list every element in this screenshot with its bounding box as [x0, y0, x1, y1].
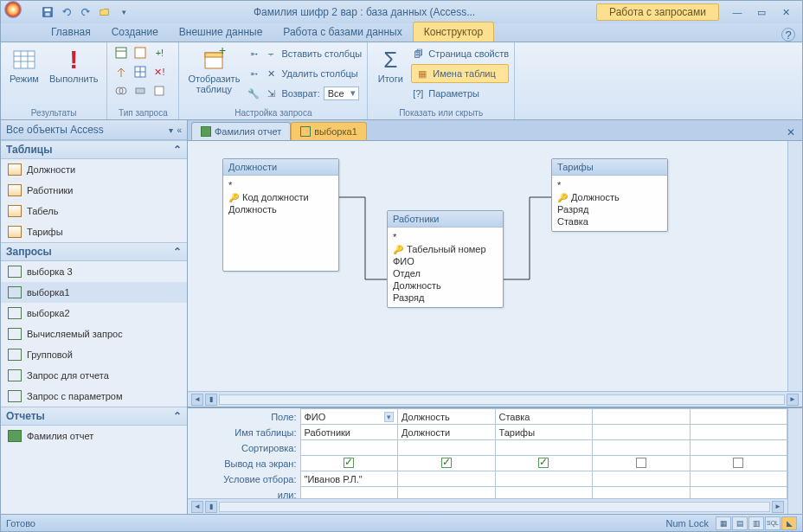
minimize-button[interactable]: — [728, 5, 747, 19]
tab-home[interactable]: Главная [41, 22, 101, 42]
doc-close-button[interactable]: ✕ [780, 125, 802, 140]
table-field[interactable]: Ставка [557, 215, 662, 228]
undo-icon[interactable] [58, 3, 75, 21]
nav-item-query[interactable]: Вычисляемый запрос [1, 324, 187, 344]
datadefinition-icon[interactable] [151, 82, 168, 99]
view-button[interactable]: Режим [6, 44, 42, 86]
view-datasheet-button[interactable]: ▦ [716, 516, 731, 530]
nav-header[interactable]: Все объекты Access ▾« [1, 120, 187, 140]
grid-cell-criteria[interactable] [593, 471, 691, 487]
scroll-right-icon[interactable]: ► [772, 501, 784, 513]
table-box[interactable]: Тарифы * 🔑Должность Разряд Ставка [551, 158, 668, 232]
nav-item-query[interactable]: выборка1 [1, 282, 187, 303]
scroll-left-icon[interactable]: ◄ [191, 501, 203, 513]
tab-design[interactable]: Конструктор [413, 22, 494, 42]
table-field[interactable]: 🔑Табельный номер [393, 243, 498, 255]
grid-cell-or[interactable] [398, 487, 496, 499]
nav-item-table[interactable]: Табель [1, 201, 187, 221]
property-sheet-button[interactable]: 🗐Страница свойств [411, 44, 509, 63]
checkbox-icon[interactable] [538, 458, 549, 468]
vertical-scrollbar[interactable] [787, 408, 802, 514]
grid-cell-sort[interactable] [593, 440, 691, 456]
checkbox-icon[interactable] [733, 458, 743, 468]
grid-cell-field[interactable] [690, 409, 787, 425]
grid-cell-or[interactable] [593, 487, 691, 499]
checkbox-icon[interactable] [344, 458, 354, 468]
nav-item-query[interactable]: Групповой [1, 344, 187, 365]
delete-rows-button[interactable]: ➵ [247, 64, 260, 83]
grid-cell-or[interactable] [300, 487, 398, 499]
table-field[interactable]: Разряд [557, 203, 662, 215]
doc-tab-query[interactable]: выборка1 [291, 122, 367, 140]
grid-cell-sort[interactable] [300, 440, 398, 456]
table-field[interactable]: Разряд [393, 292, 498, 304]
nav-item-table[interactable]: Тарифы [1, 221, 187, 242]
show-table-button[interactable]: + Отобразить таблицу [184, 44, 243, 96]
grid-cell-field[interactable]: ФИО [300, 409, 398, 425]
open-icon[interactable] [96, 3, 113, 21]
grid-cell-criteria[interactable]: "Иванов Р.Л." [300, 471, 398, 487]
scroll-left-icon[interactable]: ◄ [191, 394, 203, 406]
table-field[interactable]: 🔑Код должности [228, 191, 333, 203]
crosstab-icon[interactable] [132, 63, 149, 80]
delete-query-icon[interactable]: ✕! [151, 63, 168, 80]
grid-cell-criteria[interactable] [398, 471, 496, 487]
nav-item-query[interactable]: выборка2 [1, 303, 187, 324]
table-box[interactable]: Работники * 🔑Табельный номер ФИО Отдел Д… [387, 210, 504, 308]
table-field[interactable]: * [228, 179, 333, 191]
table-field[interactable]: Должность [228, 203, 333, 215]
tab-database[interactable]: Работа с базами данных [273, 22, 412, 42]
view-pivottable-button[interactable]: ▤ [732, 516, 748, 530]
scroll-thumb-icon[interactable]: ▮ [205, 394, 217, 406]
maketable-icon[interactable] [132, 44, 149, 61]
parameters-button[interactable]: [?]Параметры [411, 84, 509, 103]
table-field[interactable]: * [393, 231, 498, 243]
return-select[interactable]: Все [324, 87, 359, 100]
grid-cell-show[interactable] [495, 456, 593, 471]
checkbox-icon[interactable] [441, 458, 452, 468]
update-icon[interactable] [112, 63, 130, 80]
checkbox-icon[interactable] [636, 458, 646, 468]
nav-item-query[interactable]: выборка 3 [1, 261, 187, 282]
nav-item-query[interactable]: Запрос для отчета [1, 365, 187, 386]
grid-cell-or[interactable] [690, 487, 787, 499]
grid-cell-sort[interactable] [690, 440, 787, 456]
grid-cell-sort[interactable] [495, 440, 593, 456]
grid-cell-criteria[interactable] [690, 471, 787, 487]
table-field[interactable]: * [557, 179, 662, 191]
union-icon[interactable] [112, 82, 130, 99]
table-box[interactable]: Должности * 🔑Код должности Должность [222, 158, 339, 272]
diagram-area[interactable]: Должности * 🔑Код должности Должность Раб… [188, 141, 787, 391]
table-names-button[interactable]: ▦Имена таблиц [411, 64, 509, 83]
table-field[interactable]: Должность [393, 279, 498, 292]
view-design-button[interactable]: ◣ [781, 516, 797, 530]
redo-icon[interactable] [77, 3, 94, 21]
view-sql-button[interactable]: SQL [765, 516, 781, 530]
help-icon[interactable]: ? [781, 28, 795, 42]
grid-cell-field[interactable]: Должность [398, 409, 496, 425]
nav-collapse-icon[interactable]: « [177, 125, 182, 135]
grid-cell-show[interactable] [593, 456, 691, 471]
grid-cell-show[interactable] [398, 456, 496, 471]
grid-cell-table[interactable] [690, 425, 787, 440]
table-field[interactable]: 🔑Должность [557, 191, 662, 203]
append-icon[interactable]: +! [151, 44, 168, 61]
nav-item-query[interactable]: Запрос с параметром [1, 386, 187, 407]
scroll-right-icon[interactable]: ► [787, 394, 799, 406]
nav-section-tables[interactable]: Таблицы⌃ [1, 140, 187, 159]
grid-cell-or[interactable] [495, 487, 593, 499]
qat-more-icon[interactable]: ▾ [115, 3, 132, 21]
table-field[interactable]: ФИО [393, 255, 498, 267]
grid-cell-sort[interactable] [398, 440, 496, 456]
nav-section-reports[interactable]: Отчеты⌃ [1, 407, 187, 426]
nav-item-report[interactable]: Фамилия отчет [1, 426, 187, 446]
insert-rows-button[interactable]: ➵ [247, 44, 260, 63]
nav-item-table[interactable]: Должности [1, 159, 187, 180]
select-query-icon[interactable] [112, 44, 130, 61]
grid-cell-show[interactable] [300, 456, 398, 471]
office-button[interactable] [4, 1, 34, 23]
grid-cell-table[interactable] [593, 425, 691, 440]
tab-create[interactable]: Создание [101, 22, 169, 42]
tab-external[interactable]: Внешние данные [169, 22, 273, 42]
scroll-thumb-icon[interactable]: ▮ [205, 501, 217, 513]
